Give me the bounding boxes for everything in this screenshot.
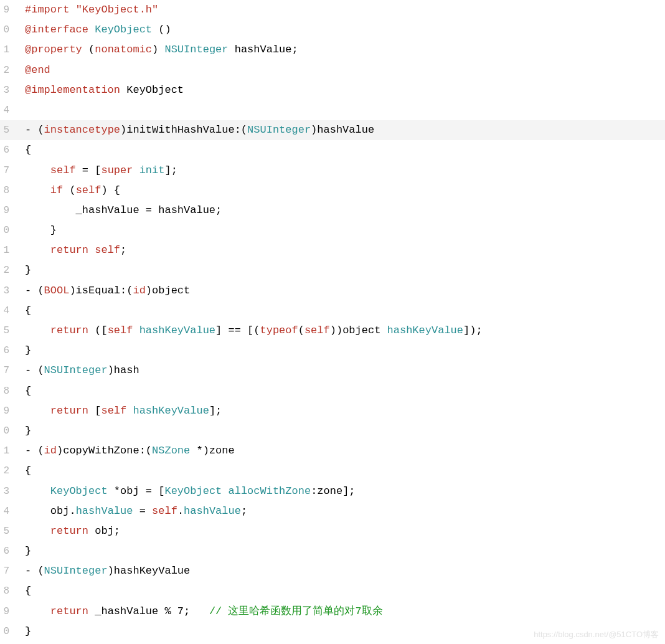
token: ): [152, 44, 164, 55]
token: )hash: [108, 364, 139, 376]
token: )isEqual:(: [69, 285, 133, 296]
line-number: 4: [0, 301, 11, 321]
token: "KeyObject.h": [76, 4, 159, 16]
code-content: }: [11, 541, 31, 561]
line-number: 0: [0, 20, 11, 40]
line-number: 6: [0, 541, 11, 561]
token: return: [50, 605, 88, 617]
line-number: 3: [0, 481, 11, 501]
token: )copyWithZone:(: [57, 445, 152, 457]
token: [88, 244, 95, 256]
line-number: 7: [0, 361, 11, 381]
line-number: 3: [0, 80, 11, 100]
token: typeof: [260, 324, 298, 336]
line-number: 2: [0, 461, 11, 481]
code-content: return self;: [11, 240, 126, 260]
token: - (: [25, 364, 44, 376]
token: KeyObject: [50, 485, 108, 497]
code-line: 4: [0, 100, 665, 120]
token: @implementation: [25, 84, 120, 96]
token: }: [25, 344, 31, 356]
code-content: @interface KeyObject (): [11, 20, 171, 40]
line-number: 0: [0, 622, 11, 642]
token: id: [44, 445, 57, 457]
token: [25, 324, 50, 336]
line-number: 1: [0, 40, 11, 60]
code-line: 5 return ([self hashKeyValue] == [(typeo…: [0, 321, 665, 341]
token: [: [88, 405, 101, 417]
token: hashValue: [184, 505, 241, 517]
code-line: 3- (BOOL)isEqual:(id)object: [0, 281, 665, 301]
code-content: if (self) {: [11, 181, 120, 201]
token: ;: [120, 244, 126, 256]
token: [88, 24, 95, 36]
token: allocWithZone: [229, 485, 311, 497]
token: ]);: [463, 324, 483, 336]
code-line: 6}: [0, 541, 665, 561]
token: self: [152, 505, 177, 517]
code-line: 1@property (nonatomic) NSUInteger hashVa…: [0, 40, 665, 60]
token: hashKeyValue: [133, 405, 209, 417]
line-number: 8: [0, 181, 11, 201]
token: #import: [25, 4, 76, 16]
line-number: 6: [0, 140, 11, 160]
token: }: [25, 545, 31, 557]
token: return: [50, 324, 88, 336]
token: )object: [146, 285, 190, 296]
token: - (: [25, 445, 44, 457]
line-number: 8: [0, 581, 11, 601]
token: ([: [88, 324, 108, 336]
token: ) {: [101, 184, 120, 196]
line-number: 2: [0, 60, 11, 80]
code-content: return ([self hashKeyValue] == [(typeof(…: [11, 321, 483, 341]
token: (: [298, 324, 304, 336]
line-number: 1: [0, 240, 11, 260]
line-number: 4: [0, 100, 11, 120]
code-line: 6{: [0, 140, 665, 160]
token: ))object: [330, 324, 387, 336]
token: self: [304, 324, 330, 336]
token: self: [50, 164, 76, 176]
code-line: 6}: [0, 341, 665, 361]
token: [25, 525, 50, 537]
code-line: 7- (NSUInteger)hash: [0, 361, 665, 381]
token: _hashValue = hashValue;: [25, 204, 222, 216]
token: (: [82, 44, 95, 55]
code-content: - (NSUInteger)hashKeyValue: [11, 561, 190, 581]
line-number: 9: [0, 0, 11, 20]
code-content: return [self hashKeyValue];: [11, 401, 222, 421]
code-content: }: [11, 421, 31, 441]
token: )hashValue: [311, 124, 374, 136]
line-number: 9: [0, 602, 11, 622]
token: }: [25, 625, 31, 637]
token: - (: [25, 565, 44, 577]
code-content: {: [11, 581, 31, 601]
token: KeyObject: [120, 84, 184, 96]
line-number: 5: [0, 321, 11, 341]
token: [133, 164, 139, 176]
code-line: 1- (id)copyWithZone:(NSZone *)zone: [0, 441, 665, 461]
line-number: 0: [0, 220, 11, 240]
token: .: [177, 505, 184, 517]
token: ];: [164, 164, 177, 176]
code-line: 4{: [0, 301, 665, 321]
line-number: 5: [0, 521, 11, 541]
code-line: 0}: [0, 421, 665, 441]
code-content: {: [11, 381, 31, 401]
code-content: return _hashValue % 7; // 这里哈希函数用了简单的对7取…: [11, 602, 383, 622]
token: NSUInteger: [44, 565, 108, 577]
token: - (: [25, 285, 44, 296]
token: NSZone: [152, 445, 190, 457]
token: :zone];: [311, 485, 355, 497]
token: nonatomic: [95, 44, 152, 55]
token: (: [63, 184, 75, 196]
code-line: 4 obj.hashValue = self.hashValue;: [0, 501, 665, 521]
code-content: {: [11, 301, 31, 321]
token: NSUInteger: [247, 124, 311, 136]
code-line: 9 return [self hashKeyValue];: [0, 401, 665, 421]
token: super: [101, 164, 133, 176]
code-content: }: [11, 220, 57, 240]
token: ] == [(: [215, 324, 260, 336]
token: self: [108, 324, 133, 336]
token: if: [50, 184, 63, 196]
